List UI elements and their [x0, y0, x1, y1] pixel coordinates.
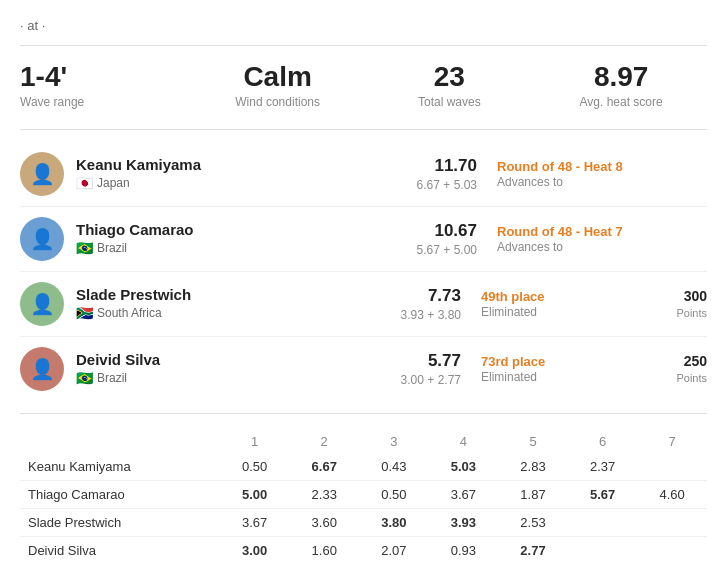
wave-score-3-6 [637, 536, 707, 564]
athlete-country-1: 🇧🇷 Brazil [76, 240, 417, 256]
stat-label-3: Avg. heat score [535, 95, 707, 109]
athlete-result-1: Round of 48 - Heat 7 Advances to [497, 224, 657, 254]
wave-score-2-0: 3.67 [220, 508, 290, 536]
wave-row-name-0: Keanu Kamiyama [20, 453, 220, 481]
stat-item-0: 1-4' Wave range [20, 62, 192, 109]
athletes-section: 👤 Keanu Kamiyama 🇯🇵 Japan 11.70 6.67 + 5… [20, 142, 707, 401]
wave-score-0-0: 0.50 [220, 453, 290, 481]
wave-col-header-6: 6 [568, 430, 638, 453]
wave-table-header: 1234567 [20, 430, 707, 453]
wave-score-0-2: 0.43 [359, 453, 429, 481]
wave-score-2-1: 3.60 [289, 508, 359, 536]
athlete-sub-scores-3: 3.00 + 2.77 [401, 373, 461, 387]
athlete-flag-1: 🇧🇷 [76, 240, 93, 256]
athlete-sub-scores-2: 3.93 + 3.80 [401, 308, 461, 322]
wave-score-3-2: 2.07 [359, 536, 429, 564]
heat-header: · at · [20, 18, 707, 33]
stats-row: 1-4' Wave range Calm Wind conditions 23 … [20, 62, 707, 109]
stat-value-1: Calm [192, 62, 364, 93]
wave-row-name-3: Deivid Silva [20, 536, 220, 564]
wave-score-3-4: 2.77 [498, 536, 568, 564]
wave-score-3-5 [568, 536, 638, 564]
wave-score-3-3: 0.93 [429, 536, 499, 564]
athlete-avatar-3: 👤 [20, 347, 64, 391]
athlete-total-score-1: 10.67 [417, 221, 477, 241]
wave-score-0-6 [637, 453, 707, 481]
athlete-result-2: 49th place Eliminated [481, 289, 641, 319]
athlete-avatar-1: 👤 [20, 217, 64, 261]
wave-col-header-7: 7 [637, 430, 707, 453]
athlete-result-status-0: Advances to [497, 175, 657, 189]
athlete-result-round-3: 73rd place [481, 354, 641, 369]
athlete-result-status-1: Advances to [497, 240, 657, 254]
wave-score-1-6: 4.60 [637, 480, 707, 508]
athlete-info-2: Slade Prestwich 🇿🇦 South Africa [76, 286, 401, 321]
wave-score-2-4: 2.53 [498, 508, 568, 536]
wave-header-row: 1234567 [20, 430, 707, 453]
athlete-row-2: 👤 Slade Prestwich 🇿🇦 South Africa 7.73 3… [20, 272, 707, 337]
wave-score-0-5: 2.37 [568, 453, 638, 481]
wave-score-0-1: 6.67 [289, 453, 359, 481]
athlete-country-name-3: Brazil [97, 371, 127, 385]
wave-score-1-2: 0.50 [359, 480, 429, 508]
athlete-country-name-2: South Africa [97, 306, 162, 320]
athlete-result-3: 73rd place Eliminated [481, 354, 641, 384]
athlete-avatar-0: 👤 [20, 152, 64, 196]
athlete-result-round-0: Round of 48 - Heat 8 [497, 159, 657, 174]
athlete-total-score-3: 5.77 [401, 351, 461, 371]
wave-scores-table: 1234567 Keanu Kamiyama0.506.670.435.032.… [20, 430, 707, 564]
wave-col-header-4: 4 [429, 430, 499, 453]
stat-item-2: 23 Total waves [364, 62, 536, 109]
athlete-result-status-2: Eliminated [481, 305, 641, 319]
stat-value-3: 8.97 [535, 62, 707, 93]
athlete-name-3: Deivid Silva [76, 351, 401, 368]
athlete-scores-0: 11.70 6.67 + 5.03 [417, 156, 477, 192]
athlete-name-1: Thiago Camarao [76, 221, 417, 238]
athlete-result-round-2: 49th place [481, 289, 641, 304]
athlete-row-1: 👤 Thiago Camarao 🇧🇷 Brazil 10.67 5.67 + … [20, 207, 707, 272]
wave-row-2: Slade Prestwich3.673.603.803.932.53 [20, 508, 707, 536]
page-container: · at · 1-4' Wave range Calm Wind conditi… [0, 0, 727, 571]
athlete-country-2: 🇿🇦 South Africa [76, 305, 401, 321]
wave-scores-grid: 1234567 Keanu Kamiyama0.506.670.435.032.… [20, 430, 707, 564]
athlete-flag-0: 🇯🇵 [76, 175, 93, 191]
stat-label-0: Wave range [20, 95, 192, 109]
athlete-scores-2: 7.73 3.93 + 3.80 [401, 286, 461, 322]
athlete-row-0: 👤 Keanu Kamiyama 🇯🇵 Japan 11.70 6.67 + 5… [20, 142, 707, 207]
athlete-name-0: Keanu Kamiyama [76, 156, 417, 173]
athlete-total-score-0: 11.70 [417, 156, 477, 176]
wave-score-2-6 [637, 508, 707, 536]
divider-1 [20, 45, 707, 46]
divider-2 [20, 129, 707, 130]
athlete-info-0: Keanu Kamiyama 🇯🇵 Japan [76, 156, 417, 191]
athlete-avatar-2: 👤 [20, 282, 64, 326]
wave-score-1-5: 5.67 [568, 480, 638, 508]
athlete-country-name-0: Japan [97, 176, 130, 190]
athlete-sub-scores-1: 5.67 + 5.00 [417, 243, 477, 257]
athlete-country-0: 🇯🇵 Japan [76, 175, 417, 191]
athlete-total-score-2: 7.73 [401, 286, 461, 306]
divider-3 [20, 413, 707, 414]
wave-score-3-1: 1.60 [289, 536, 359, 564]
athlete-points-2: 300Points [657, 288, 707, 320]
wave-score-1-0: 5.00 [220, 480, 290, 508]
wave-row-0: Keanu Kamiyama0.506.670.435.032.832.37 [20, 453, 707, 481]
wave-col-header-0 [20, 430, 220, 453]
stat-item-1: Calm Wind conditions [192, 62, 364, 109]
stat-value-2: 23 [364, 62, 536, 93]
heat-date-location: · at · [20, 18, 45, 33]
stat-label-1: Wind conditions [192, 95, 364, 109]
athlete-result-status-3: Eliminated [481, 370, 641, 384]
wave-col-header-3: 3 [359, 430, 429, 453]
wave-col-header-1: 1 [220, 430, 290, 453]
wave-score-1-1: 2.33 [289, 480, 359, 508]
athlete-country-name-1: Brazil [97, 241, 127, 255]
wave-col-header-2: 2 [289, 430, 359, 453]
wave-row-name-1: Thiago Camarao [20, 480, 220, 508]
wave-row-3: Deivid Silva3.001.602.070.932.77 [20, 536, 707, 564]
athlete-sub-scores-0: 6.67 + 5.03 [417, 178, 477, 192]
athlete-flag-3: 🇧🇷 [76, 370, 93, 386]
athlete-info-1: Thiago Camarao 🇧🇷 Brazil [76, 221, 417, 256]
athlete-name-2: Slade Prestwich [76, 286, 401, 303]
stat-item-3: 8.97 Avg. heat score [535, 62, 707, 109]
